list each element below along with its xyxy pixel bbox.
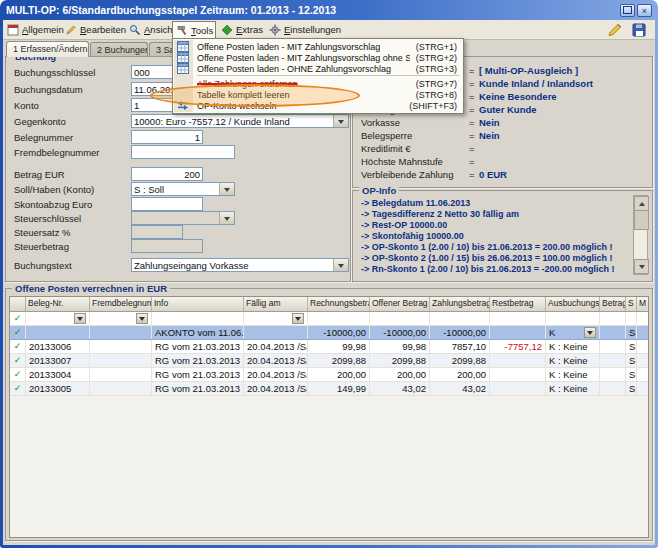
tools-dropdown-menu: Offene Posten laden - MIT Zahlungsvorsch…	[172, 38, 464, 114]
betrag-input[interactable]	[131, 167, 203, 181]
col-header-restbetrag[interactable]: Restbetrag	[490, 297, 546, 311]
filter-dropdown-belegnr[interactable]	[74, 313, 86, 324]
menu-ansicht[interactable]: Ansicht	[126, 22, 172, 37]
op-info-line: -> OP-Skonto 1 (2.00 / 10) bis 21.06.201…	[361, 242, 613, 252]
table-row[interactable]: ✓ 20133006 RG vom 21.03.2013 20.04.2013 …	[10, 340, 648, 354]
form-icon	[7, 24, 19, 36]
scrollbar-thumb[interactable]	[634, 210, 649, 230]
app-window: MULTI-OP: 6/Standardbuchungsstapel Zeitr…	[0, 0, 658, 548]
skontoabzug-input[interactable]	[131, 197, 203, 211]
filter-dropdown-faellig[interactable]	[292, 313, 304, 324]
pencil-icon	[65, 24, 77, 36]
maximize-button[interactable]	[620, 4, 635, 17]
check-icon[interactable]: ✓	[10, 382, 26, 395]
col-header-check[interactable]	[10, 297, 26, 311]
table-row[interactable]: ✓ 20133007 RG vom 21.03.2013 20.04.2013 …	[10, 354, 648, 368]
buchungsdatum-label2: Buchungsdatum	[14, 84, 83, 95]
check-icon[interactable]: ✓	[10, 340, 26, 353]
scroll-up-icon[interactable]	[634, 196, 649, 211]
col-header-m[interactable]: M	[637, 297, 648, 311]
chevron-down-icon[interactable]	[219, 183, 234, 195]
col-header-rechnungsbetrag[interactable]: Rechnungsbetrag	[308, 297, 370, 311]
tab-erfassen-aendern[interactable]: 1 Erfassen/Ändern	[6, 41, 89, 57]
restore-icon	[623, 6, 632, 14]
table-row[interactable]: ✓ 20133005 RG vom 21.03.2013 20.04.2013 …	[10, 382, 648, 396]
op-info-line: -> Skontofähig 10000.00	[361, 231, 464, 241]
table-icon	[177, 52, 189, 63]
col-header-fremdbeleg[interactable]: Fremdbelegnummer	[90, 297, 152, 311]
betrag-label: Betrag EUR	[14, 169, 65, 180]
gegenkonto-label: Gegenkonto	[14, 116, 66, 127]
check-icon[interactable]: ✓	[10, 354, 26, 367]
fremdbelegnummer-label: Fremdbelegnummer	[14, 147, 100, 158]
ausbuchungsart-dropdown[interactable]	[584, 327, 596, 338]
menu-allgemein[interactable]: Allgemein	[4, 22, 62, 37]
menu-item-op-laden-mit-vorschlag[interactable]: Offene Posten laden - MIT Zahlungsvorsch…	[173, 41, 463, 52]
check-icon[interactable]: ✓	[10, 326, 26, 339]
edit-toolbar-button[interactable]	[607, 22, 623, 38]
col-header-faellig[interactable]: Fällig am	[244, 297, 308, 311]
chevron-down-icon[interactable]	[333, 259, 348, 271]
col-header-betrag[interactable]: Betrag	[600, 297, 626, 311]
belegnummer-input[interactable]	[131, 130, 203, 144]
menu-bearbeiten[interactable]: Bearbeiten	[62, 22, 124, 37]
steuerbetrag-label: Steuerbetrag	[14, 241, 69, 252]
menu-einstellungen[interactable]: Einstellungen	[266, 22, 348, 37]
steuerschluessel-combo[interactable]	[131, 211, 235, 225]
op-info-line: -> Belegdatum 11.06.2013	[361, 198, 470, 208]
sollhaben-combo[interactable]: S : Soll	[131, 182, 235, 196]
menu-item-alle-zahlungen-entfernen[interactable]: Alle Zahlungen entfernen (STRG+7)	[173, 78, 463, 89]
title-bar: MULTI-OP: 6/Standardbuchungsstapel Zeitr…	[6, 3, 336, 18]
op-info-line: -> Rest-OP 10000.00	[361, 220, 447, 230]
menu-item-op-konto-wechseln[interactable]: OP-Konto wechseln (SHIFT+F3)	[173, 100, 463, 111]
check-icon[interactable]: ✓	[10, 368, 26, 381]
menu-tools[interactable]: Tools	[172, 21, 216, 38]
table-row-akonto[interactable]: ✓ AKONTO vom 11.06.2013 -10000,00 -10000…	[10, 326, 648, 340]
check-icon[interactable]: ✓	[10, 312, 26, 325]
konto-label: Konto	[14, 100, 39, 111]
window-title: MULTI-OP: 6/Standardbuchungsstapel Zeitr…	[6, 4, 336, 16]
table-row[interactable]: ✓ 20133004 RG vom 21.03.2013 20.04.2013 …	[10, 368, 648, 382]
steuerbetrag-input[interactable]	[131, 239, 203, 253]
op-info-line: -> Rn-Skonto 1 (2.00 / 10) bis 21.06.201…	[361, 264, 615, 274]
chevron-down-icon[interactable]	[333, 115, 348, 127]
col-header-s[interactable]: S	[626, 297, 637, 311]
op-info-scrollbar[interactable]	[633, 195, 648, 275]
magnifier-icon	[129, 24, 141, 36]
tab-buchungen[interactable]: 2 Buchungen	[90, 42, 148, 57]
gear-icon	[269, 24, 281, 36]
menu-extras[interactable]: Extras	[218, 22, 264, 37]
save-toolbar-button[interactable]	[631, 22, 647, 38]
hammer-icon	[176, 24, 188, 36]
menu-item-tabelle-komplett-leeren[interactable]: Tabelle komplett leeren (STRG+8)	[173, 89, 463, 100]
table-header-row: Beleg-Nr. Fremdbelegnummer Info Fällig a…	[10, 297, 648, 312]
steuersatz-input[interactable]	[131, 225, 183, 239]
col-header-zahlungsbetrag[interactable]: Zahlungsbetrag	[430, 297, 490, 311]
table-icon	[177, 41, 189, 52]
col-header-ausbuchungsart[interactable]: Ausbuchungsart	[546, 297, 600, 311]
skontoabzug-label: Skontoabzug Euro	[14, 199, 92, 210]
col-header-info[interactable]: Info	[152, 297, 244, 311]
op-table-grid: Beleg-Nr. Fremdbelegnummer Info Fällig a…	[9, 296, 649, 538]
buchungstext-combo[interactable]: Zahlungseingang Vorkasse	[131, 258, 349, 272]
op-table-group: Offene Posten verrechnen in EUR Beleg-Nr…	[5, 288, 653, 541]
buchungsschluessel-label: Buchungsschlüssel	[14, 67, 95, 78]
close-button[interactable]: ×	[637, 4, 652, 17]
buchungstext-label: Buchungstext	[14, 260, 72, 271]
col-header-belegnr[interactable]: Beleg-Nr.	[26, 297, 90, 311]
col-header-offener-betrag[interactable]: Offener Betrag	[370, 297, 430, 311]
menu-item-op-laden-ohne-skonto[interactable]: Offene Posten laden - MIT Zahlungsvorsch…	[173, 52, 463, 63]
op-info-line: -> OP-Skonto 2 (1.00 / 15) bis 26.06.201…	[361, 253, 613, 263]
op-table-group-title: Offene Posten verrechnen in EUR	[12, 283, 170, 294]
fremdbelegnummer-input[interactable]	[131, 145, 235, 159]
pencil-icon	[607, 22, 623, 38]
chevron-down-icon[interactable]	[219, 212, 234, 224]
filter-row[interactable]: ✓	[10, 312, 648, 326]
gegenkonto-combo[interactable]: 10000: Euro -7557.12 / Kunde Inland	[131, 114, 349, 128]
filter-dropdown-fremdbeleg[interactable]	[136, 313, 148, 324]
belegnummer-label: Belegnummer	[14, 132, 73, 143]
scroll-down-icon[interactable]	[634, 259, 649, 274]
op-info-line: -> Tagesdifferenz 2 Netto 30 fällig am	[361, 209, 519, 219]
menu-item-op-laden-ohne-vorschlag[interactable]: Offene Posten laden - OHNE Zahlungsvorsc…	[173, 63, 463, 74]
table-icon	[177, 63, 189, 74]
